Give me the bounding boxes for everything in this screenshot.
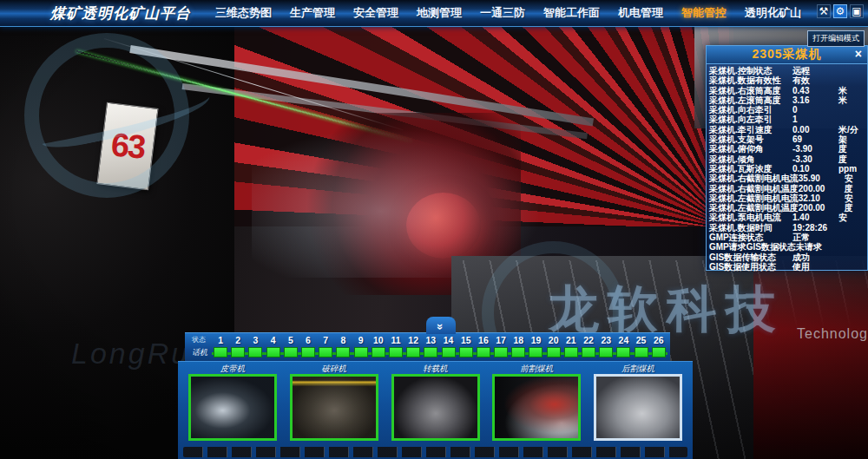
- camera-thumbnail[interactable]: [391, 374, 480, 441]
- camera-thumbnail[interactable]: [290, 374, 378, 441]
- camera-thumbnail[interactable]: [188, 374, 277, 441]
- nav-menu-item[interactable]: 三维态势图: [215, 5, 272, 21]
- camera-thumbnail[interactable]: [492, 374, 581, 441]
- open-edit-mode-button[interactable]: 打开编辑模式: [807, 30, 865, 47]
- nav-menu-item[interactable]: 安全管理: [353, 5, 398, 21]
- channel-number: 21: [562, 334, 580, 346]
- data-row-unit: 米: [838, 95, 865, 105]
- data-row-value: 69: [792, 134, 838, 144]
- channel-status-block[interactable]: [511, 347, 525, 357]
- collapse-panel-tab[interactable]: »: [426, 317, 456, 334]
- data-row-label: 采煤机.控制状态: [709, 66, 792, 75]
- data-row-label: GIS数据传输状态: [709, 252, 792, 262]
- channel-status-block[interactable]: [616, 347, 630, 357]
- data-row: 采煤机.向右牵引 0: [709, 105, 865, 115]
- channel-cells: 1 2 3 4 5 6 7 8: [212, 334, 667, 361]
- nav-menu-item[interactable]: 地测管理: [417, 5, 462, 21]
- data-row: 采煤机.左截割电机温度 200.00 度: [709, 203, 865, 213]
- data-row: 采煤机.左滚筒高度 3.16 米: [709, 95, 865, 105]
- close-icon[interactable]: ×: [852, 47, 865, 61]
- panel-data-rows: 采煤机.控制状态 远程 采煤机.数据有效性 有效 采煤机.右滚筒高度 0.43 …: [707, 64, 867, 272]
- camera-list: 皮带机 破碎机 转载机 前割煤机 后割煤机: [178, 362, 693, 441]
- tools-icon[interactable]: ⚒: [817, 4, 831, 18]
- data-row-label: GIS数据使用状态: [709, 262, 792, 272]
- channel-cell: 17: [492, 334, 510, 361]
- nav-menu-item[interactable]: 机电管理: [618, 5, 663, 21]
- channel-status-block[interactable]: [301, 347, 315, 357]
- mine-platform-window: 63 龙软科技 Technologies LongRuan Technologi…: [0, 0, 868, 459]
- channel-status-block[interactable]: [248, 347, 262, 357]
- data-row-unit: 度: [838, 144, 865, 154]
- data-row-value: 35.90: [799, 174, 845, 183]
- maximize-icon[interactable]: ▣: [850, 4, 864, 18]
- channel-status-block[interactable]: [231, 347, 245, 357]
- data-row-unit: 度: [838, 154, 865, 164]
- data-row-value: 0: [792, 105, 838, 115]
- channel-status-block[interactable]: [582, 347, 595, 357]
- channel-cell: 6: [299, 334, 317, 361]
- channel-cell: 7: [317, 334, 334, 361]
- data-row: 采煤机.牵引速度 0.00 米/分: [709, 125, 865, 134]
- channel-status-bar: 状态 话机 1 2 3 4 5 6 7: [185, 332, 670, 361]
- data-row: 采煤机.右截割电机电流 35.90 安: [709, 174, 865, 183]
- data-row-label: 采煤机.向左牵引: [709, 115, 792, 124]
- data-row-value: 0.00: [792, 125, 838, 134]
- channel-status-block[interactable]: [372, 347, 385, 357]
- channel-number: 26: [650, 334, 667, 346]
- data-row-value: 19:28:26: [792, 223, 838, 233]
- data-row: GIS数据使用状态 使用: [709, 262, 865, 272]
- channel-number: 18: [510, 334, 527, 346]
- data-row-unit: ppm: [838, 164, 865, 174]
- data-row: 采煤机.右截割电机温度 200.00 度: [709, 184, 865, 193]
- camera-thumbnail[interactable]: [594, 374, 682, 441]
- channel-status-block[interactable]: [494, 347, 508, 357]
- nav-menu-item[interactable]: 透明化矿山: [745, 5, 801, 21]
- channel-status-block[interactable]: [564, 347, 578, 357]
- channel-cell: 14: [439, 334, 457, 361]
- data-row-value: 使用: [792, 262, 838, 272]
- thumbnail-filmstrip[interactable]: [183, 447, 687, 457]
- channel-status-block[interactable]: [599, 347, 613, 357]
- camera-label[interactable]: 前割煤机: [492, 363, 581, 374]
- channel-status-block[interactable]: [635, 347, 648, 357]
- channel-status-block[interactable]: [406, 347, 420, 357]
- channel-status-block[interactable]: [336, 347, 350, 357]
- channel-status-block[interactable]: [424, 347, 437, 357]
- channel-status-block[interactable]: [547, 347, 561, 357]
- data-row-unit: 米: [838, 86, 865, 95]
- watermark-text-en: Technologies: [797, 326, 868, 342]
- channel-status-block[interactable]: [284, 347, 298, 357]
- channel-status-block[interactable]: [214, 347, 227, 357]
- data-row-unit: 安: [838, 213, 865, 222]
- channel-cell: 25: [633, 334, 650, 361]
- channel-cell: 23: [597, 334, 615, 361]
- channel-status-block[interactable]: [442, 347, 456, 357]
- camera-label[interactable]: 转载机: [391, 363, 480, 374]
- channel-number: 7: [317, 334, 334, 346]
- channel-status-block[interactable]: [266, 347, 280, 357]
- data-row-unit: 度: [845, 184, 865, 193]
- camera-label[interactable]: 皮带机: [188, 363, 277, 374]
- camera-label[interactable]: 破碎机: [290, 363, 378, 374]
- nav-menu-item[interactable]: 一通三防: [480, 5, 525, 21]
- channel-status-block[interactable]: [477, 347, 490, 357]
- channel-status-block[interactable]: [389, 347, 403, 357]
- panel-header: 2305采煤机 ×: [707, 46, 867, 64]
- channel-cell: 12: [404, 334, 422, 361]
- channel-status-block[interactable]: [319, 347, 332, 357]
- channel-status-block[interactable]: [652, 347, 666, 357]
- data-row-label: 采煤机.倾角: [709, 154, 792, 164]
- nav-menu-item[interactable]: 智能工作面: [543, 5, 600, 21]
- data-row-label: 采煤机.支架号: [709, 134, 792, 144]
- camera-label[interactable]: 后割煤机: [594, 363, 682, 374]
- nav-menu-item[interactable]: 智能管控: [681, 5, 727, 21]
- channel-status-block[interactable]: [459, 347, 473, 357]
- gear-icon[interactable]: ⚙: [833, 4, 847, 18]
- data-row-value: 3.16: [792, 95, 838, 105]
- nav-menu-item[interactable]: 生产管理: [290, 5, 335, 21]
- data-row-label: 采煤机.向右牵引: [709, 105, 792, 115]
- data-row: 采煤机.左截割电机电流 32.10 安: [709, 193, 865, 203]
- channel-status-block[interactable]: [529, 347, 542, 357]
- channel-status-block[interactable]: [354, 347, 368, 357]
- data-row-label: 采煤机.右截割电机电流: [709, 174, 799, 183]
